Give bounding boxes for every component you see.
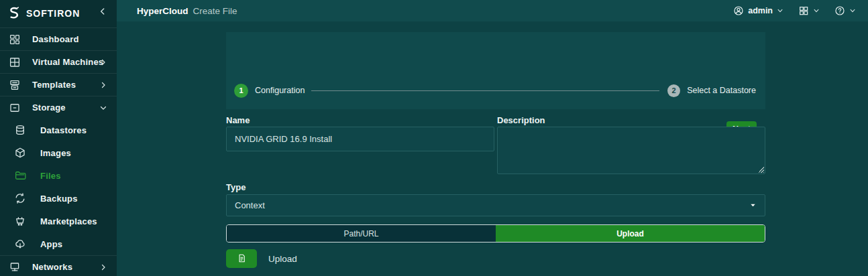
topbar-actions: admin xyxy=(733,5,856,16)
sidebar-item-networks[interactable]: Networks xyxy=(0,255,117,276)
sidebar-item-label: Virtual Machines xyxy=(32,57,103,67)
sidebar-item-label: Files xyxy=(40,171,61,181)
description-textarea[interactable] xyxy=(497,127,765,174)
sidebar-collapse-icon[interactable] xyxy=(98,7,107,16)
networks-icon xyxy=(9,261,21,273)
sidebar: SOFTIRON Dashboard xyxy=(0,0,117,276)
sidebar-item-label: Datastores xyxy=(40,125,87,135)
sidebar-item-label: Backups xyxy=(40,194,78,204)
help-icon xyxy=(834,5,845,16)
templates-icon xyxy=(9,79,21,91)
chevron-down-icon xyxy=(777,7,783,14)
chevron-down-icon xyxy=(99,104,107,112)
page-title: Create File xyxy=(193,6,237,16)
dashboard-icon xyxy=(9,33,21,46)
description-field-wrap xyxy=(497,127,765,174)
app-root: SOFTIRON Dashboard xyxy=(0,0,868,276)
chevron-right-icon xyxy=(99,263,107,271)
source-tab-group: Path/URL Upload xyxy=(226,224,765,243)
type-label: Type xyxy=(226,182,246,192)
apps-grid-menu[interactable] xyxy=(798,5,820,16)
sidebar-item-files[interactable]: Files xyxy=(0,164,117,187)
chevron-right-icon xyxy=(99,58,107,66)
sidebar-item-label: Networks xyxy=(32,262,72,272)
grid-icon xyxy=(798,5,809,16)
name-label: Name xyxy=(226,115,250,125)
sidebar-header: SOFTIRON xyxy=(0,0,117,27)
document-icon xyxy=(237,253,247,265)
sidebar-item-label: Dashboard xyxy=(32,34,79,44)
step-2-indicator: 2 xyxy=(667,84,680,97)
tab-path-url[interactable]: Path/URL xyxy=(227,225,496,242)
help-menu[interactable] xyxy=(834,5,856,16)
sidebar-item-label: Marketplaces xyxy=(40,216,97,226)
sidebar-item-apps[interactable]: Apps xyxy=(0,232,117,255)
sidebar-item-datastores[interactable]: Datastores xyxy=(0,119,117,141)
files-icon xyxy=(14,169,26,182)
breadcrumb: HyperCloud Create File xyxy=(137,6,237,16)
apps-icon xyxy=(14,238,26,250)
sidebar-item-templates[interactable]: Templates xyxy=(0,73,117,96)
upload-file-button[interactable] xyxy=(226,249,257,268)
sidebar-item-label: Images xyxy=(40,148,71,158)
marketplaces-icon xyxy=(14,215,26,227)
step-2-label: Select a Datastore xyxy=(687,86,756,95)
description-label: Description xyxy=(497,115,545,125)
stepper-connector xyxy=(311,90,659,91)
user-menu[interactable]: admin xyxy=(733,5,783,16)
images-icon xyxy=(14,147,26,159)
sidebar-item-marketplaces[interactable]: Marketplaces xyxy=(0,210,117,232)
sidebar-item-label: Storage xyxy=(32,102,66,113)
softiron-swirl-icon xyxy=(7,6,21,21)
sidebar-nav: Dashboard Virtual Machines xyxy=(0,27,117,276)
wizard-stepper: 1 Configuration 2 Select a Datastore xyxy=(234,83,756,98)
chevron-down-icon xyxy=(849,7,856,14)
user-name: admin xyxy=(748,6,773,15)
chevron-right-icon xyxy=(99,81,107,89)
virtual-machines-icon xyxy=(9,56,21,68)
chevron-down-icon xyxy=(749,202,757,209)
user-icon xyxy=(733,5,744,16)
sidebar-item-images[interactable]: Images xyxy=(0,141,117,164)
sidebar-item-label: Apps xyxy=(40,239,62,249)
topbar: HyperCloud Create File admin xyxy=(117,0,868,21)
sidebar-item-dashboard[interactable]: Dashboard xyxy=(0,27,117,50)
upload-row: Upload xyxy=(226,249,297,268)
backups-icon xyxy=(14,192,26,204)
storage-icon xyxy=(9,102,21,114)
step-1-label: Configuration xyxy=(255,86,305,95)
sidebar-item-label: Templates xyxy=(32,80,76,90)
upload-caption: Upload xyxy=(268,254,297,264)
chevron-down-icon xyxy=(813,7,820,14)
app-title: HyperCloud xyxy=(137,6,188,16)
type-select-value: Context xyxy=(235,200,265,210)
sidebar-item-storage[interactable]: Storage xyxy=(0,96,117,119)
brand-logo[interactable]: SOFTIRON xyxy=(7,6,80,21)
tab-upload[interactable]: Upload xyxy=(496,225,765,242)
brand-name: SOFTIRON xyxy=(26,8,80,19)
sidebar-item-virtual-machines[interactable]: Virtual Machines xyxy=(0,50,117,73)
datastores-icon xyxy=(14,124,26,136)
type-select[interactable]: Context xyxy=(226,194,765,216)
name-input[interactable] xyxy=(226,127,494,151)
sidebar-item-backups[interactable]: Backups xyxy=(0,187,117,210)
wizard-card: 1 Configuration 2 Select a Datastore Bac… xyxy=(226,32,765,109)
step-1-indicator: 1 xyxy=(234,84,248,98)
